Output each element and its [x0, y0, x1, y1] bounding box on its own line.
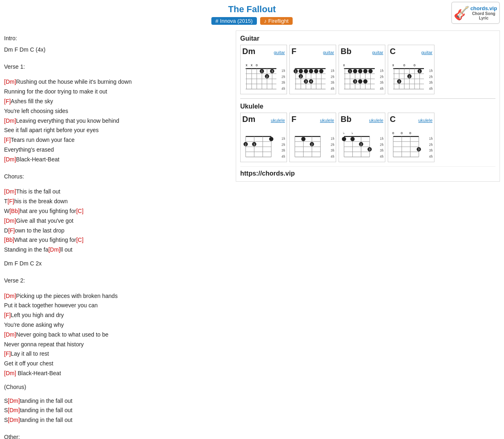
chord-tag[interactable]: [F] [4, 350, 11, 357]
svg-text:3: 3 [305, 80, 307, 83]
chord-dm-uke-type[interactable]: ukulele [271, 118, 285, 123]
svg-text:1: 1 [419, 70, 420, 73]
lyric-mixed-line: S[Dm]tanding in the fall out [4, 415, 232, 425]
dm-guitar-fretboard: x x o 1fr 2fr 3fr 4fr [242, 57, 285, 102]
plain-line: Dm F Dm C 2x [4, 259, 232, 269]
svg-text:1fr: 1fr [282, 69, 285, 73]
chord-c-type[interactable]: guitar [421, 50, 432, 55]
page-header: The Fallout # Innova (2015) ♪ Fireflight [0, 0, 504, 26]
chord-bb-uke-name: Bb [341, 115, 352, 124]
chord-tag[interactable]: [F] [4, 137, 11, 143]
svg-text:1fr: 1fr [331, 137, 334, 141]
chord-tag[interactable]: [Dm] [8, 417, 20, 423]
tag-album-label: Innova (2015) [220, 18, 252, 24]
chord-tag[interactable]: [Dm] [4, 370, 16, 376]
svg-text:1fr: 1fr [331, 69, 334, 73]
svg-text:x: x [251, 63, 253, 67]
tag-row: # Innova (2015) ♪ Fireflight [0, 17, 504, 25]
svg-text:3fr: 3fr [331, 149, 334, 153]
chord-bb-uke-type[interactable]: ukulele [369, 118, 383, 123]
tag-artist[interactable]: ♪ Fireflight [260, 17, 293, 25]
lyric-mixed-line: W[Bb]hat are you fighting for[C] [4, 206, 232, 216]
svg-text:4fr: 4fr [282, 154, 285, 159]
svg-text:4fr: 4fr [331, 87, 334, 91]
chord-bb-type[interactable]: guitar [372, 50, 383, 55]
svg-text:4fr: 4fr [429, 87, 432, 91]
svg-point-133 [301, 137, 306, 141]
lyric-mixed-line: T[F]his is the break down [4, 197, 232, 206]
svg-text:o: o [401, 131, 403, 135]
chord-tag[interactable]: [Dm] [4, 293, 16, 299]
lyric-line: [Dm]Leaving everything that you know beh… [4, 116, 232, 126]
chord-tag[interactable]: [Dm] [8, 407, 20, 413]
chord-c-uke-type[interactable]: ukulele [418, 118, 432, 123]
tag-album[interactable]: # Innova (2015) [211, 17, 256, 25]
chord-tag[interactable]: [Dm] [4, 78, 16, 85]
svg-text:2: 2 [360, 143, 362, 146]
page-title: The Fallout [0, 4, 504, 15]
svg-text:x: x [343, 63, 345, 67]
chord-tag[interactable]: [Dm] [4, 331, 16, 338]
chord-tag[interactable]: [Dm] [4, 217, 16, 224]
svg-point-41 [299, 69, 303, 74]
chord-tag[interactable]: [F] [4, 312, 11, 318]
plain-line: Put it back together however you can [4, 301, 232, 311]
svg-text:3: 3 [354, 80, 356, 83]
svg-point-73 [368, 69, 373, 74]
chord-tag[interactable]: [Dm] [4, 117, 16, 124]
svg-text:x: x [245, 63, 248, 67]
svg-text:2fr: 2fr [331, 143, 334, 147]
chord-tag[interactable]: [C] [76, 237, 83, 243]
chord-f-uke-name: F [291, 115, 296, 124]
svg-text:3fr: 3fr [429, 81, 432, 85]
svg-text:2fr: 2fr [429, 143, 432, 147]
chord-bb-guitar: Bb guitar x 1fr 2fr 3fr 4fr [339, 45, 385, 94]
svg-point-71 [358, 69, 363, 74]
lyric-line: [F]Ashes fill the sky [4, 97, 232, 106]
section-header: Intro: [4, 34, 232, 43]
section-header: Chorus: [4, 172, 232, 182]
chord-tag[interactable]: [Bb] [4, 237, 14, 243]
svg-text:3: 3 [369, 148, 370, 151]
svg-text:1fr: 1fr [429, 137, 432, 141]
chord-tag[interactable]: [F] [4, 98, 11, 104]
chord-f-guitar: F guitar 1fr 2fr 3fr 4fr [289, 45, 336, 94]
chord-f-uke-type[interactable]: ukulele [320, 118, 334, 123]
chord-f-ukulele: F ukulele 1fr 2fr 3fr 4fr [289, 113, 336, 162]
lyric-mixed-line: S[Dm]tanding in the fall out [4, 396, 232, 406]
c-guitar-fretboard: x o o 1fr 2fr 3fr 4fr [390, 57, 432, 102]
svg-text:3: 3 [398, 80, 400, 83]
chord-f-type[interactable]: guitar [323, 50, 334, 55]
svg-point-76 [358, 79, 363, 84]
chord-tag[interactable]: [F] [8, 227, 15, 234]
chord-tag[interactable]: [Dm] [4, 188, 16, 195]
svg-point-119 [269, 137, 274, 141]
tag-artist-icon: ♪ [264, 18, 267, 24]
svg-text:1: 1 [261, 70, 263, 73]
chord-tag[interactable]: [Bb] [9, 208, 20, 214]
chord-tag[interactable]: [Dm] [48, 246, 61, 253]
svg-text:2: 2 [266, 75, 268, 78]
chord-dm-type[interactable]: guitar [274, 50, 285, 55]
svg-text:1fr: 1fr [282, 137, 285, 141]
lyric-line: [Dm]Picking up the pieces with broken ha… [4, 291, 232, 301]
svg-text:1fr: 1fr [380, 69, 383, 73]
svg-text:3fr: 3fr [380, 149, 383, 153]
chord-c-ukulele: C ukulele o o o 1fr 2fr 3fr 4fr [388, 113, 434, 162]
svg-point-152 [350, 137, 355, 141]
spacer [4, 55, 232, 59]
svg-text:o: o [392, 131, 394, 135]
chord-tag[interactable]: [C] [76, 208, 83, 214]
svg-point-42 [304, 69, 308, 74]
f-guitar-fretboard: 1fr 2fr 3fr 4fr 1 [291, 57, 334, 102]
chord-tag[interactable]: [Dm] [8, 398, 20, 404]
chord-dm-guitar: Dm guitar x x o 1fr 2fr 3fr 4fr [240, 45, 287, 94]
svg-text:4fr: 4fr [331, 154, 334, 159]
svg-text:2: 2 [300, 75, 302, 78]
section-header: Other: [4, 432, 232, 439]
lyric-mixed-line: [Bb]What are you fighting for[C] [4, 235, 232, 245]
lyric-line: [Dm]Rushing out the house while it's bur… [4, 77, 232, 87]
chord-tag[interactable]: [F] [8, 198, 14, 204]
svg-point-45 [319, 69, 324, 74]
chord-tag[interactable]: [Dm] [4, 156, 16, 163]
